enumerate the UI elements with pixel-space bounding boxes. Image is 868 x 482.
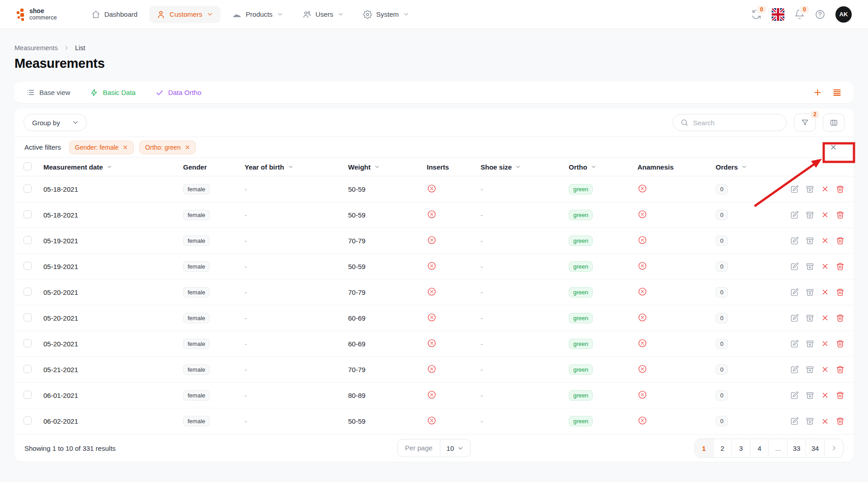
search-input[interactable] <box>693 119 779 127</box>
nav-item-dashboard[interactable]: Dashboard <box>84 6 145 23</box>
tab-basic-data[interactable]: Basic Data <box>90 89 136 97</box>
sort-chevron-icon[interactable] <box>288 164 294 170</box>
row-checkbox[interactable] <box>24 262 32 270</box>
edit-button[interactable] <box>790 288 799 297</box>
archive-button[interactable] <box>806 340 814 348</box>
ortho-cell: green <box>569 210 637 220</box>
pagination-page-2[interactable]: 2 <box>713 439 732 457</box>
reject-button[interactable] <box>821 262 829 270</box>
reject-button[interactable] <box>821 391 829 399</box>
columns-button[interactable] <box>823 113 844 132</box>
shoe-size-cell: - <box>481 288 569 296</box>
reject-button[interactable] <box>821 185 829 193</box>
column-header[interactable]: Orders <box>716 163 778 171</box>
edit-button[interactable] <box>790 211 799 219</box>
delete-button[interactable] <box>836 417 844 425</box>
delete-button[interactable] <box>836 262 844 271</box>
delete-button[interactable] <box>836 185 844 194</box>
avatar[interactable]: AK <box>835 6 852 23</box>
archive-button[interactable] <box>806 391 814 400</box>
row-checkbox[interactable] <box>24 365 32 373</box>
delete-button[interactable] <box>836 340 844 348</box>
delete-button[interactable] <box>836 391 844 400</box>
edit-button[interactable] <box>790 417 799 425</box>
tab-data-ortho[interactable]: Data Ortho <box>156 89 201 97</box>
sort-chevron-icon[interactable] <box>741 164 747 170</box>
select-all-checkbox[interactable] <box>24 162 32 170</box>
reject-button[interactable] <box>821 365 829 373</box>
archive-button[interactable] <box>806 185 814 194</box>
edit-button[interactable] <box>790 185 799 194</box>
row-checkbox[interactable] <box>24 339 32 347</box>
edit-button[interactable] <box>790 340 799 348</box>
filter-chip[interactable]: Gender: female✕ <box>69 141 134 154</box>
delete-button[interactable] <box>836 365 844 374</box>
reject-button[interactable] <box>821 340 829 348</box>
sync-button[interactable]: 0 <box>751 9 762 19</box>
breadcrumb-root[interactable]: Measurements <box>14 44 58 52</box>
sort-chevron-icon[interactable] <box>374 164 380 170</box>
sort-chevron-icon[interactable] <box>590 164 597 170</box>
row-checkbox[interactable] <box>24 416 32 425</box>
sort-chevron-icon[interactable] <box>515 164 521 170</box>
per-page-select[interactable]: Per page 10 <box>397 439 471 457</box>
archive-button[interactable] <box>806 262 814 271</box>
shoe-size-cell: - <box>481 185 569 193</box>
nav-item-system[interactable]: System <box>356 6 417 23</box>
row-checkbox[interactable] <box>24 184 32 193</box>
help-button[interactable] <box>815 9 826 20</box>
column-header[interactable]: Year of birth <box>245 163 348 171</box>
column-header[interactable]: Shoe size <box>481 163 569 171</box>
reject-button[interactable] <box>821 417 829 425</box>
archive-button[interactable] <box>806 236 814 245</box>
row-checkbox[interactable] <box>24 210 32 218</box>
column-header[interactable]: Weight <box>348 163 427 171</box>
pagination-page-3[interactable]: 3 <box>732 439 750 457</box>
pagination-page-33[interactable]: 33 <box>788 439 806 457</box>
archive-button[interactable] <box>806 417 814 425</box>
delete-button[interactable] <box>836 236 844 245</box>
archive-button[interactable] <box>806 314 814 322</box>
remove-filter-icon[interactable]: ✕ <box>123 144 128 151</box>
delete-button[interactable] <box>836 288 844 297</box>
remove-filter-icon[interactable]: ✕ <box>185 144 190 151</box>
view-settings-button[interactable] <box>832 88 842 97</box>
edit-button[interactable] <box>790 365 799 374</box>
notifications-button[interactable]: 0 <box>794 9 805 19</box>
group-by-select[interactable]: Group by <box>24 114 87 131</box>
nav-item-customers[interactable]: Customers <box>149 6 221 23</box>
delete-button[interactable] <box>836 211 844 219</box>
reject-button[interactable] <box>821 211 829 219</box>
edit-button[interactable] <box>790 236 799 245</box>
reject-button[interactable] <box>821 314 829 322</box>
archive-button[interactable] <box>806 211 814 219</box>
nav-item-products[interactable]: Products <box>225 5 291 23</box>
pagination-page-34[interactable]: 34 <box>806 439 825 457</box>
column-header[interactable]: Measurement date <box>43 163 183 171</box>
filter-chip[interactable]: Ortho: green✕ <box>139 141 196 154</box>
nav-item-users[interactable]: Users <box>295 6 351 23</box>
add-view-button[interactable] <box>813 88 822 97</box>
pagination-page-4[interactable]: 4 <box>750 439 769 457</box>
row-checkbox[interactable] <box>24 391 32 399</box>
clear-filters-button[interactable] <box>823 142 844 153</box>
row-checkbox[interactable] <box>24 288 32 296</box>
column-header[interactable]: Ortho <box>569 163 637 171</box>
archive-button[interactable] <box>806 288 814 297</box>
filter-button[interactable]: 2 <box>794 113 816 132</box>
archive-button[interactable] <box>806 365 814 374</box>
reject-button[interactable] <box>821 288 829 296</box>
row-checkbox[interactable] <box>24 236 32 244</box>
edit-button[interactable] <box>790 262 799 271</box>
sort-chevron-icon[interactable] <box>106 164 113 170</box>
tab-base-view[interactable]: Base view <box>26 88 70 97</box>
reject-button[interactable] <box>821 236 829 245</box>
delete-button[interactable] <box>836 314 844 322</box>
language-flag-uk[interactable] <box>772 8 784 21</box>
brand-logo[interactable]: shoe commerce <box>16 8 57 21</box>
pagination-next-button[interactable] <box>825 439 843 457</box>
pagination-page-1[interactable]: 1 <box>695 439 713 457</box>
edit-button[interactable] <box>790 391 799 400</box>
edit-button[interactable] <box>790 314 799 322</box>
row-checkbox[interactable] <box>24 313 32 321</box>
